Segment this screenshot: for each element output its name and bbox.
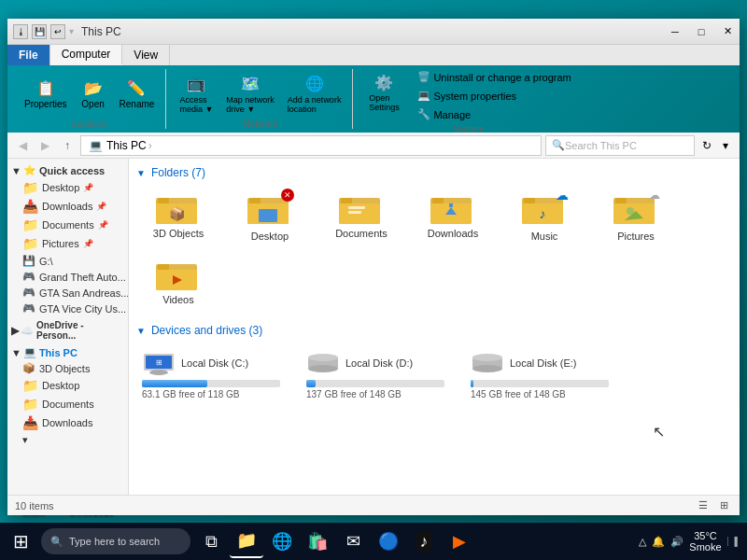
e-drive-header: Local Disk (E:): [471, 350, 609, 376]
ribbon-content: 📋 Properties 📂 Open ✏️ Rename Location 📺: [7, 65, 740, 133]
sidebar-item-more[interactable]: ▾: [7, 432, 128, 448]
sidebar-item-3d-objects[interactable]: 📦 3D Objects: [7, 360, 128, 376]
title-bar-icons: ⭳ 💾 ↩ ▾: [13, 24, 74, 39]
sidebar-3d-label: 3D Objects: [39, 363, 90, 374]
folder-item-videos[interactable]: Videos: [136, 253, 220, 309]
taskbar: ⊞ 🔍 Type here to search ⧉ 📁 🌐 🛍️ ✉ 🔵 ♪ ▶: [0, 523, 747, 560]
address-chevron: ›: [148, 139, 152, 152]
chrome-button[interactable]: 🔵: [372, 525, 405, 558]
sidebar-gta-vc-label: GTA Vice City Us...: [39, 303, 126, 315]
svg-rect-29: [158, 264, 169, 270]
maximize-button[interactable]: □: [689, 19, 713, 44]
quick-access-label: Quick access: [39, 165, 105, 176]
videos-folder-label: Videos: [162, 294, 193, 305]
this-pc-header[interactable]: ▼ 💻 This PC: [7, 344, 128, 360]
documents-folder-label: Documents: [335, 228, 388, 239]
taskbar-search-placeholder: Type here to search: [69, 536, 160, 547]
tiktok-taskbar-button[interactable]: ♪: [407, 525, 441, 558]
store-button[interactable]: 🛍️: [301, 525, 334, 558]
drive-item-c[interactable]: ⊞ Local Disk (C:) 63.1 GB free of 118 GB: [136, 344, 286, 405]
search-icon: 🔍: [552, 139, 565, 151]
taskview-button[interactable]: ⧉: [194, 525, 228, 558]
d-drive-bar-bg: [306, 380, 444, 387]
sys-props-button[interactable]: 💻 System properties: [413, 88, 575, 104]
start-button[interactable]: ⊞: [4, 525, 37, 558]
sidebar-item-documents2[interactable]: 📁 Documents: [7, 395, 128, 413]
sidebar-item-gta-sa[interactable]: 🎮 GTA San Andreas...: [7, 285, 128, 301]
sidebar-pictures-label: Pictures: [42, 238, 79, 249]
d-drive-bar-fill: [306, 380, 316, 387]
sidebar-item-downloads2[interactable]: 📥 Downloads: [7, 413, 128, 432]
folders-section-header[interactable]: Folders (7): [136, 166, 732, 179]
folder-item-documents[interactable]: Documents: [319, 187, 403, 245]
manage-button[interactable]: 🔧 Manage: [413, 106, 575, 122]
back-button[interactable]: ◀: [13, 136, 32, 155]
clock[interactable]: 35°C Smoke: [689, 530, 721, 553]
sidebar-item-documents[interactable]: 📁 Documents 📌: [7, 216, 128, 234]
open-icon: 📂: [82, 77, 105, 99]
search-box[interactable]: 🔍 Search This PC: [545, 135, 695, 156]
grid-view-btn[interactable]: ⊞: [715, 497, 732, 514]
uninstall-button[interactable]: 🗑️ Uninstall or change a program: [413, 69, 575, 85]
svg-text:⊞: ⊞: [156, 358, 162, 367]
sidebar-g-drive-label: G:\: [39, 256, 53, 267]
folder-item-downloads[interactable]: Downloads: [411, 187, 495, 245]
tab-view[interactable]: View: [122, 45, 170, 65]
sidebar-downloads-label: Downloads: [42, 201, 92, 212]
access-media-button[interactable]: 📺 Accessmedia ▼: [174, 71, 218, 116]
map-drive-button[interactable]: 🗺️ Map networkdrive ▼: [220, 71, 280, 116]
onedrive-label: OneDrive - Person...: [36, 320, 124, 341]
media-button[interactable]: ▶: [443, 525, 476, 558]
folder-item-pictures[interactable]: ☁ Pictures: [594, 187, 678, 245]
up-button[interactable]: ↑: [58, 136, 77, 155]
start-icon: ⊞: [13, 530, 29, 553]
svg-point-36: [308, 354, 338, 361]
explorer-button[interactable]: 📁: [230, 525, 263, 558]
onedrive-section: ▶ ☁️ OneDrive - Person...: [7, 318, 128, 343]
list-view-btn[interactable]: ☰: [695, 497, 712, 514]
desktop-overlay: ✕: [281, 189, 294, 202]
folder-item-music[interactable]: ♪ ☁ Music: [502, 187, 586, 245]
svg-rect-17: [449, 203, 453, 207]
close-button[interactable]: ✕: [715, 19, 740, 44]
sidebar-item-gta-vc[interactable]: 🎮 GTA Vice City Us...: [7, 301, 128, 316]
show-desktop-button[interactable]: ▐: [727, 537, 738, 546]
rename-button[interactable]: ✏️ Rename: [114, 75, 161, 111]
tray-up-arrow[interactable]: △: [639, 536, 646, 548]
folder-item-desktop[interactable]: ✕ Desktop: [228, 187, 312, 245]
taskbar-search[interactable]: 🔍 Type here to search: [41, 528, 190, 554]
e-drive-info: 145 GB free of 148 GB: [471, 389, 609, 399]
temp-display: 35°C: [694, 530, 717, 541]
tab-file[interactable]: File: [7, 45, 50, 65]
drive-item-d[interactable]: Local Disk (D:) 137 GB free of 148 GB: [301, 344, 450, 405]
onedrive-header[interactable]: ▶ ☁️ OneDrive - Person...: [7, 318, 128, 343]
open-button[interactable]: 📂 Open: [75, 75, 112, 111]
mail-button[interactable]: ✉: [336, 525, 370, 558]
properties-button[interactable]: 📋 Properties: [19, 75, 73, 111]
refresh-button[interactable]: ↻: [698, 137, 715, 154]
address-path[interactable]: 💻 This PC ›: [80, 135, 542, 156]
open-settings-button[interactable]: ⚙️ OpenSettings: [360, 69, 407, 114]
quick-access-header[interactable]: ▼ ⭐ Quick access: [7, 162, 128, 178]
explorer-icon: 📁: [236, 530, 257, 551]
drive-item-e[interactable]: Local Disk (E:) 145 GB free of 148 GB: [465, 344, 614, 405]
tab-computer[interactable]: Computer: [50, 45, 123, 65]
edge-button[interactable]: 🌐: [265, 525, 299, 558]
minimize-button[interactable]: ─: [663, 19, 687, 44]
drives-section-header[interactable]: Devices and drives (3): [136, 324, 732, 337]
add-location-button[interactable]: 🌐 Add a networklocation: [282, 71, 347, 116]
forward-button[interactable]: ▶: [35, 136, 54, 155]
dropdown-button[interactable]: ▾: [717, 137, 734, 154]
uninstall-label: Uninstall or change a program: [433, 72, 571, 83]
sidebar-item-gta-auto[interactable]: 🎮 Grand Theft Auto...: [7, 269, 128, 285]
sidebar-item-downloads[interactable]: 📥 Downloads 📌: [7, 197, 128, 216]
sidebar-item-pictures[interactable]: 📁 Pictures 📌: [7, 234, 128, 253]
sidebar-item-desktop2[interactable]: 📁 Desktop: [7, 376, 128, 395]
sidebar-gta-sa-label: GTA San Andreas...: [39, 287, 128, 299]
folder-item-3d[interactable]: 📦 3D Objects: [136, 187, 220, 245]
address-bar: ◀ ▶ ↑ 💻 This PC › 🔍 Search This PC ↻ ▾: [7, 133, 740, 159]
sidebar-item-g-drive[interactable]: 💾 G:\: [7, 253, 128, 269]
sidebar-item-desktop[interactable]: 📁 Desktop 📌: [7, 178, 128, 197]
folders-grid: 📦 3D Objects ✕ Deskt: [136, 187, 732, 309]
system-top: ⚙️ OpenSettings 🗑️ Uninstall or change a…: [360, 69, 575, 122]
